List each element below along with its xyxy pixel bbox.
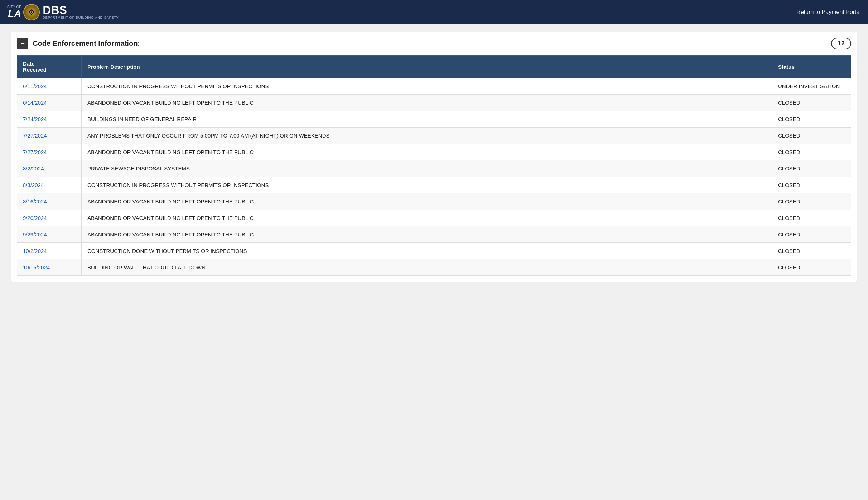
date-link[interactable]: 9/29/2024 bbox=[23, 231, 47, 237]
table-cell-description: CONSTRUCTION IN PROGRESS WITHOUT PERMITS… bbox=[82, 78, 772, 95]
table-header-row: DateReceived Problem Description Status bbox=[17, 56, 851, 78]
table-cell-date: 8/16/2024 bbox=[17, 193, 82, 210]
date-link[interactable]: 9/20/2024 bbox=[23, 215, 47, 221]
table-cell-description: ABANDONED OR VACANT BUILDING LEFT OPEN T… bbox=[82, 210, 772, 226]
column-header-description: Problem Description bbox=[82, 56, 772, 78]
date-link[interactable]: 7/24/2024 bbox=[23, 116, 47, 122]
section-header: − Code Enforcement Information: 12 bbox=[17, 38, 851, 49]
table-body: 6/11/2024CONSTRUCTION IN PROGRESS WITHOU… bbox=[17, 78, 851, 276]
date-link[interactable]: 10/16/2024 bbox=[23, 264, 50, 270]
table-cell-status: CLOSED bbox=[772, 95, 851, 111]
table-cell-date: 6/11/2024 bbox=[17, 78, 82, 95]
table-cell-description: BUILDINGS IN NEED OF GENERAL REPAIR bbox=[82, 111, 772, 128]
column-header-date: DateReceived bbox=[17, 56, 82, 78]
table-cell-status: CLOSED bbox=[772, 177, 851, 193]
table-cell-description: ANY PROBLEMS THAT ONLY OCCUR FROM 5:00PM… bbox=[82, 128, 772, 144]
main-content: − Code Enforcement Information: 12 DateR… bbox=[0, 24, 868, 289]
section-header-left: − Code Enforcement Information: bbox=[17, 38, 140, 49]
table-cell-status: CLOSED bbox=[772, 128, 851, 144]
table-cell-date: 7/24/2024 bbox=[17, 111, 82, 128]
table-cell-status: CLOSED bbox=[772, 226, 851, 243]
table-cell-status: CLOSED bbox=[772, 160, 851, 177]
count-badge: 12 bbox=[831, 38, 851, 49]
table-row: 8/3/2024CONSTRUCTION IN PROGRESS WITHOUT… bbox=[17, 177, 851, 193]
dbs-label: DBS bbox=[43, 4, 67, 16]
table-cell-date: 8/3/2024 bbox=[17, 177, 82, 193]
table-cell-date: 9/29/2024 bbox=[17, 226, 82, 243]
column-header-status: Status bbox=[772, 56, 851, 78]
table-cell-date: 7/27/2024 bbox=[17, 128, 82, 144]
table-cell-date: 8/2/2024 bbox=[17, 160, 82, 177]
date-link[interactable]: 6/14/2024 bbox=[23, 100, 47, 106]
la-label: LA bbox=[8, 9, 21, 19]
table-cell-description: PRIVATE SEWAGE DISPOSAL SYSTEMS bbox=[82, 160, 772, 177]
table-row: 7/24/2024BUILDINGS IN NEED OF GENERAL RE… bbox=[17, 111, 851, 128]
dbs-subtitle: DEPARTMENT OF BUILDING AND SAFETY bbox=[43, 16, 119, 20]
table-row: 8/16/2024ABANDONED OR VACANT BUILDING LE… bbox=[17, 193, 851, 210]
code-enforcement-section: − Code Enforcement Information: 12 DateR… bbox=[11, 32, 857, 282]
collapse-button[interactable]: − bbox=[17, 38, 28, 49]
city-seal: ⚙ bbox=[23, 4, 40, 20]
enforcement-table: DateReceived Problem Description Status … bbox=[17, 55, 851, 276]
table-row: 9/20/2024ABANDONED OR VACANT BUILDING LE… bbox=[17, 210, 851, 226]
date-link[interactable]: 8/2/2024 bbox=[23, 165, 44, 172]
section-title: Code Enforcement Information: bbox=[33, 39, 140, 48]
date-link[interactable]: 7/27/2024 bbox=[23, 149, 47, 155]
table-cell-date: 10/2/2024 bbox=[17, 243, 82, 259]
table-cell-status: CLOSED bbox=[772, 243, 851, 259]
return-to-payment-portal-link[interactable]: Return to Payment Portal bbox=[796, 9, 861, 15]
page-header: CITY OF LA ⚙ DBS DEPARTMENT OF BUILDING … bbox=[0, 0, 868, 24]
table-cell-description: CONSTRUCTION DONE WITHOUT PERMITS OR INS… bbox=[82, 243, 772, 259]
table-cell-description: ABANDONED OR VACANT BUILDING LEFT OPEN T… bbox=[82, 226, 772, 243]
table-row: 10/2/2024CONSTRUCTION DONE WITHOUT PERMI… bbox=[17, 243, 851, 259]
table-row: 6/14/2024ABANDONED OR VACANT BUILDING LE… bbox=[17, 95, 851, 111]
table-row: 9/29/2024ABANDONED OR VACANT BUILDING LE… bbox=[17, 226, 851, 243]
date-link[interactable]: 7/27/2024 bbox=[23, 133, 47, 139]
table-cell-date: 10/16/2024 bbox=[17, 259, 82, 276]
table-cell-description: CONSTRUCTION IN PROGRESS WITHOUT PERMITS… bbox=[82, 177, 772, 193]
table-cell-status: CLOSED bbox=[772, 210, 851, 226]
table-cell-status: UNDER INVESTIGATION bbox=[772, 78, 851, 95]
logo-area: CITY OF LA ⚙ DBS DEPARTMENT OF BUILDING … bbox=[7, 4, 119, 20]
date-link[interactable]: 10/2/2024 bbox=[23, 248, 47, 254]
table-cell-description: BUILDING OR WALL THAT COULD FALL DOWN bbox=[82, 259, 772, 276]
date-link[interactable]: 6/11/2024 bbox=[23, 83, 47, 89]
table-row: 7/27/2024ANY PROBLEMS THAT ONLY OCCUR FR… bbox=[17, 128, 851, 144]
table-cell-date: 7/27/2024 bbox=[17, 144, 82, 160]
table-cell-description: ABANDONED OR VACANT BUILDING LEFT OPEN T… bbox=[82, 95, 772, 111]
table-cell-description: ABANDONED OR VACANT BUILDING LEFT OPEN T… bbox=[82, 144, 772, 160]
table-header: DateReceived Problem Description Status bbox=[17, 56, 851, 78]
table-row: 8/2/2024PRIVATE SEWAGE DISPOSAL SYSTEMSC… bbox=[17, 160, 851, 177]
date-link[interactable]: 8/16/2024 bbox=[23, 198, 47, 205]
table-row: 6/11/2024CONSTRUCTION IN PROGRESS WITHOU… bbox=[17, 78, 851, 95]
table-cell-status: CLOSED bbox=[772, 193, 851, 210]
table-cell-description: ABANDONED OR VACANT BUILDING LEFT OPEN T… bbox=[82, 193, 772, 210]
table-cell-date: 9/20/2024 bbox=[17, 210, 82, 226]
date-link[interactable]: 8/3/2024 bbox=[23, 182, 44, 188]
table-cell-status: CLOSED bbox=[772, 144, 851, 160]
table-cell-status: CLOSED bbox=[772, 259, 851, 276]
table-row: 10/16/2024BUILDING OR WALL THAT COULD FA… bbox=[17, 259, 851, 276]
table-cell-status: CLOSED bbox=[772, 111, 851, 128]
table-row: 7/27/2024ABANDONED OR VACANT BUILDING LE… bbox=[17, 144, 851, 160]
table-cell-date: 6/14/2024 bbox=[17, 95, 82, 111]
